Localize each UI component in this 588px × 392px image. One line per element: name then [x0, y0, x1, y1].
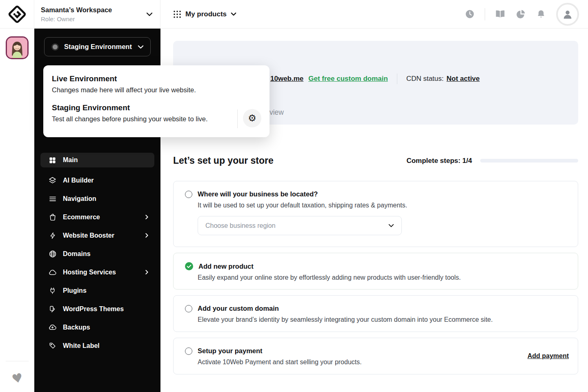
sidebar-item-label: AI Builder [63, 177, 94, 184]
sidebar-item-label: White Label [63, 342, 100, 350]
sidebar-item-white-label[interactable]: White Label [40, 336, 154, 355]
step-description: Easily expand your online store by effor… [198, 274, 566, 281]
sidebar-item-main[interactable]: Main [40, 153, 154, 167]
sidebar-item-label: Navigation [63, 195, 96, 203]
sidebar-item-label: Hosting Services [63, 269, 116, 276]
sidebar-item-backups[interactable]: Backups [40, 318, 154, 336]
progress-bar [480, 159, 578, 163]
book-icon[interactable] [495, 9, 506, 20]
theme-brush-icon [48, 305, 57, 313]
sidebar-item-hosting-services[interactable]: Hosting Services [40, 263, 154, 281]
cdn-status-value[interactable]: Not active [447, 75, 480, 83]
my-products-label: My products [185, 10, 227, 18]
tenweb-logo[interactable] [0, 0, 34, 29]
business-region-select[interactable]: Choose business region [198, 216, 402, 235]
check-circle-icon [185, 262, 193, 270]
dashboard-icon [48, 156, 57, 165]
step-card-setup-payment[interactable]: Setup your payment Activate 10Web Paymen… [173, 338, 578, 374]
sidebar-item-wordpress-themes[interactable]: WordPress Themes [40, 300, 154, 318]
store-setup-title: Let’s set up your store [173, 155, 274, 166]
step-title: Add new product [198, 263, 254, 270]
domain-row-divider [397, 74, 397, 84]
avatar-photo [7, 38, 27, 58]
sidebar-item-ai-builder[interactable]: AI Builder [40, 171, 154, 189]
step-title: Add your custom domain [198, 305, 279, 312]
environment-selector-label: Staging Environment [64, 43, 138, 51]
globe-icon [48, 249, 57, 258]
step-header: Add new product [185, 262, 566, 270]
setup-steps-list: Where will your business be located? It … [173, 181, 578, 380]
workspace-name: Samanta’s Workspace [41, 6, 146, 14]
select-placeholder: Choose business region [205, 222, 388, 229]
bell-icon[interactable] [536, 9, 546, 20]
topbar-divider [485, 8, 485, 20]
step-card-custom-domain[interactable]: Add your custom domain Elevate your bran… [173, 295, 578, 332]
account-avatar-button[interactable] [556, 3, 579, 26]
get-custom-domain-link[interactable]: Get free custom domain [308, 75, 388, 83]
user-icon [561, 8, 574, 20]
domain-row: 10web.me Get free custom domain CDN stat… [270, 74, 480, 84]
chevron-right-icon [145, 233, 149, 238]
plug-icon [48, 286, 57, 295]
sidebar-item-label: Ecommerce [63, 214, 100, 221]
tag-icon [48, 341, 57, 350]
rail-footer: ♥ [0, 361, 34, 385]
my-products-menu[interactable]: My products [173, 10, 236, 18]
step-title: Where will your business be located? [198, 190, 318, 198]
progress-label: Complete steps: 1/4 [406, 157, 472, 165]
radio-unchecked-icon[interactable] [185, 347, 192, 355]
topbar-actions [464, 3, 588, 26]
cloud-upload-icon [48, 323, 57, 332]
cloud-icon [48, 268, 57, 276]
menu-lines-icon [48, 194, 57, 203]
step-card-add-product[interactable]: Add new product Easily expand your onlin… [173, 253, 578, 290]
sidebar-item-label: Domains [63, 250, 91, 258]
radio-unchecked-icon[interactable] [185, 191, 192, 198]
popup-divider [237, 109, 238, 128]
heart-icon[interactable]: ♥ [10, 370, 24, 387]
environment-status-dot [53, 45, 58, 49]
tenweb-logo-icon [8, 5, 27, 24]
live-environment-description: Changes made here will affect your live … [52, 86, 270, 94]
left-rail: ♥ [0, 29, 34, 392]
environment-settings-button[interactable]: ⚙ [243, 109, 261, 127]
store-setup-header: Let’s set up your store Complete steps: … [173, 155, 578, 166]
shopping-bag-icon [48, 213, 57, 221]
gear-icon: ⚙ [248, 114, 256, 123]
step-header: Setup your payment [185, 347, 566, 355]
workspace-role: Role: Owner [41, 16, 146, 22]
add-payment-link[interactable]: Add payment [528, 352, 569, 360]
sidebar-item-label: Website Booster [63, 232, 114, 239]
sidebar-menu: Main AI Builder Navigation Ecommerce [34, 153, 160, 355]
step-description: Elevate your brand’s identity by seamles… [198, 316, 566, 323]
sidebar-item-label: Main [63, 156, 78, 164]
step-title: Setup your payment [198, 347, 263, 355]
workspace-switcher[interactable]: Samanta’s Workspace Role: Owner [34, 0, 160, 29]
top-bar: Samanta’s Workspace Role: Owner My produ… [0, 0, 588, 29]
sidebar-item-domains[interactable]: Domains [40, 245, 154, 263]
step-card-business-location[interactable]: Where will your business be located? It … [173, 181, 578, 247]
step-description: Activate 10Web Payment and start selling… [198, 359, 566, 366]
step-header: Where will your business be located? [185, 190, 566, 198]
layers-icon [48, 176, 57, 185]
live-environment-title[interactable]: Live Environment [52, 74, 270, 83]
chevron-down-icon [388, 224, 394, 227]
setup-progress: Complete steps: 1/4 [406, 157, 578, 165]
lightning-icon [48, 231, 57, 240]
pie-chart-icon[interactable] [515, 9, 526, 20]
environment-selector[interactable]: Staging Environment [44, 37, 151, 56]
clock-icon[interactable] [464, 9, 475, 20]
workspace-meta: Samanta’s Workspace Role: Owner [41, 6, 146, 22]
sidebar-item-website-booster[interactable]: Website Booster [40, 226, 154, 245]
sidebar-item-plugins[interactable]: Plugins [40, 281, 154, 300]
chevron-down-icon [231, 12, 236, 16]
site-domain-link[interactable]: 10web.me [270, 75, 303, 83]
sidebar-item-ecommerce[interactable]: Ecommerce [40, 208, 154, 226]
user-profile-avatar[interactable] [6, 36, 29, 59]
radio-unchecked-icon[interactable] [185, 305, 192, 312]
sidebar-item-navigation[interactable]: Navigation [40, 189, 154, 208]
environment-popup: Live Environment Changes made here will … [43, 65, 270, 137]
step-header: Add your custom domain [185, 305, 566, 312]
chevron-down-icon [138, 45, 144, 49]
chevron-right-icon [145, 270, 149, 275]
